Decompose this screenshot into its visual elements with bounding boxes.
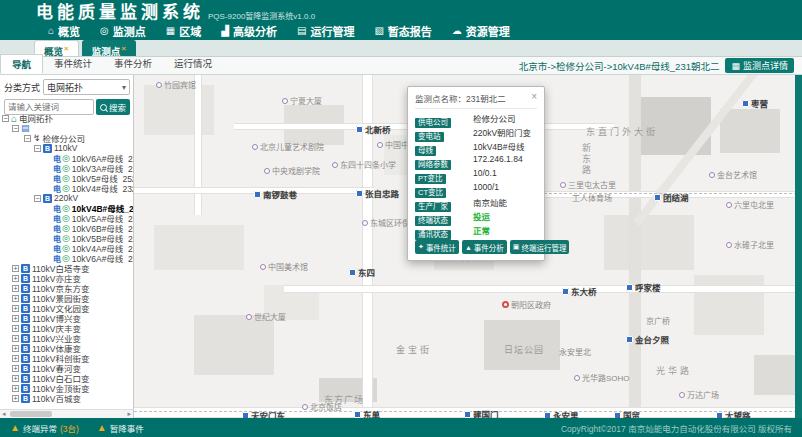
poi-icon (252, 144, 258, 150)
menu-advanced-analysis[interactable]: ▟高级分析 (221, 23, 277, 39)
tree-node[interactable]: +B110kV科创街变 (0, 353, 133, 363)
tree-node[interactable]: 电◎10kV6A#母线_270中办 (0, 153, 133, 163)
tree-node[interactable]: 电◎10kV5A#母线_242外交 (0, 213, 133, 223)
alert-label: 终端异常 (23, 422, 57, 434)
scrollbar-thumb[interactable] (10, 411, 52, 417)
menu-operation-management[interactable]: ▤运行管理 (297, 23, 354, 39)
expand-icon[interactable]: + (12, 325, 19, 332)
tree-node[interactable]: +B110kV百城变 (0, 393, 133, 403)
tree-node[interactable]: −⌂电网拓扑 (0, 113, 133, 123)
statusbar-sag-event[interactable]: ▲暂降事件 (97, 422, 144, 434)
map-label: 光华路 (656, 364, 692, 377)
expand-icon[interactable]: + (12, 385, 19, 392)
tree-node[interactable]: +B110kV博兴变 (0, 313, 133, 323)
expand-icon[interactable]: + (12, 295, 19, 302)
map-label: 新东路 (580, 143, 593, 176)
tree-node-label: 10kV5B#母线_261美 (72, 233, 133, 243)
tree-node[interactable]: +B110kV白塔寺变 (0, 263, 133, 273)
map-label-text: 京广桥 (646, 315, 670, 326)
expand-icon[interactable]: + (12, 335, 19, 342)
tree-node[interactable]: +B110kV兴业变 (0, 333, 133, 343)
map-label-text: 新东路 (580, 143, 593, 176)
tree-node[interactable]: −▤ (0, 123, 133, 133)
map-label-text: 光华路SOHO (582, 372, 630, 383)
event-analysis-button[interactable]: ▲事件分析 (462, 240, 507, 254)
expand-icon[interactable]: + (12, 305, 19, 312)
map-label: 中国美术馆 (260, 261, 308, 272)
substation-icon: B (21, 274, 30, 283)
navtab-navigation[interactable]: 导航 (0, 54, 43, 74)
tab-close-icon[interactable]: × (64, 44, 69, 53)
tree-node[interactable]: +B110kV文化园变 (0, 303, 133, 313)
navtab-event-analysis[interactable]: 事件分析 (103, 54, 163, 74)
tree-node[interactable]: +B110kV春河变 (0, 363, 133, 373)
expand-icon[interactable]: + (12, 375, 19, 382)
close-icon[interactable]: × (531, 91, 537, 102)
tree-node[interactable]: −↯检修分公司 (0, 133, 133, 143)
expand-icon[interactable]: + (12, 285, 19, 292)
tree-node[interactable]: +B110kV金顶街变 (0, 383, 133, 393)
expand-icon[interactable]: + (12, 315, 19, 322)
tree-node[interactable]: 电◎10kV6A#母线_272建外 (0, 253, 133, 263)
substation-icon: B (21, 364, 30, 373)
tree-node[interactable]: +B110kV京东方变 (0, 283, 133, 293)
collapse-icon[interactable]: − (12, 125, 19, 132)
horizontal-scrollbar[interactable]: ◂ ▸ (0, 409, 133, 418)
home-icon: ⌂ (11, 113, 17, 123)
classify-select[interactable]: 电网拓扑 ▾ (43, 79, 130, 95)
tree-node[interactable]: 电◎10kV4B#母线_231朝北二 (0, 203, 133, 213)
substation-icon: B (21, 264, 30, 273)
tree-node[interactable]: −B220kV (0, 193, 133, 203)
collapsed-panel-strip[interactable] (795, 75, 802, 418)
menu-region[interactable]: ▦区域 (166, 23, 201, 39)
menu-resource-management[interactable]: ☁资源管理 (452, 23, 510, 39)
map-block (144, 85, 214, 135)
navtab-event-statistics[interactable]: 事件统计 (43, 54, 103, 74)
tree-node[interactable]: 电◎10kV5#母线_252 120 (0, 173, 133, 183)
collapse-icon[interactable]: − (2, 115, 9, 122)
navtab-operation-status[interactable]: 运行情况 (163, 54, 223, 74)
scroll-left-icon[interactable]: ◂ (2, 410, 6, 418)
expand-icon[interactable]: + (12, 275, 19, 282)
poi-icon (726, 202, 732, 208)
statusbar-terminal-abnormal[interactable]: ▲终端异常(3台) (10, 422, 79, 434)
menu-overview[interactable]: ⌂概览 (48, 23, 80, 39)
tree-node[interactable]: −B110kV (0, 143, 133, 153)
collapse-icon[interactable]: − (34, 195, 41, 202)
event-statistics-button[interactable]: ✦事件统计 (415, 240, 459, 254)
collapse-icon[interactable]: − (24, 135, 31, 142)
tree-node[interactable]: 电◎10kV4#母线_232 120 (0, 183, 133, 193)
power-icon: 电 (53, 223, 61, 233)
tree-node[interactable]: +B110kV体康变 (0, 343, 133, 353)
company-icon: ▤ (21, 123, 30, 133)
tree-node[interactable]: +B110kV白石口变 (0, 373, 133, 383)
monitor-point-detail-button[interactable]: ▦ 监测点详情 (725, 58, 794, 73)
search-icon (100, 104, 107, 111)
expand-icon[interactable]: + (12, 365, 19, 372)
collapse-icon[interactable]: − (34, 145, 41, 152)
tree-node[interactable]: +B110kV亦庄变 (0, 273, 133, 283)
tree-node[interactable]: 电◎10kV4A#母线_222美 (0, 243, 133, 253)
expand-icon[interactable]: + (12, 345, 19, 352)
tree-node[interactable]: 电◎10kV3A#母线_215中办 (0, 163, 133, 173)
popup-title: 监测点名称：231朝北二 × (415, 92, 537, 109)
menu-transient-report[interactable]: ▧暂态报告 (374, 23, 431, 39)
tab-close-icon[interactable]: × (121, 44, 126, 53)
expand-icon[interactable]: + (12, 355, 19, 362)
terminal-operation-management-button[interactable]: ▣终端运行管理 (510, 240, 570, 254)
scroll-right-icon[interactable]: ▸ (127, 410, 131, 418)
tree-node[interactable]: 电◎10kV6B#母线_291朝北 (0, 223, 133, 233)
alert-count: (3台) (60, 422, 79, 434)
tree-node[interactable]: 电◎10kV5B#母线_261美 (0, 233, 133, 243)
target-icon: ◎ (100, 26, 109, 36)
expand-icon[interactable]: + (12, 265, 19, 272)
menu-label: 暂态报告 (388, 23, 432, 39)
map-canvas[interactable]: 竹园宾馆宁夏大厦北新桥枣营北京儿童艺术剧院中国中医科学院东直门外大街东四十四条小… (134, 75, 802, 418)
map-label-text: 金台夕照 (635, 333, 669, 345)
tree-node[interactable]: +B110kV庆丰变 (0, 323, 133, 333)
tree-node[interactable]: +B110kV景园街变 (0, 293, 133, 303)
tree-node-label: 110kV百城变 (32, 393, 81, 403)
menu-monitor-point[interactable]: ◎监测点 (100, 23, 146, 39)
expand-icon[interactable]: + (12, 395, 19, 402)
menu-label: 监测点 (113, 23, 146, 39)
